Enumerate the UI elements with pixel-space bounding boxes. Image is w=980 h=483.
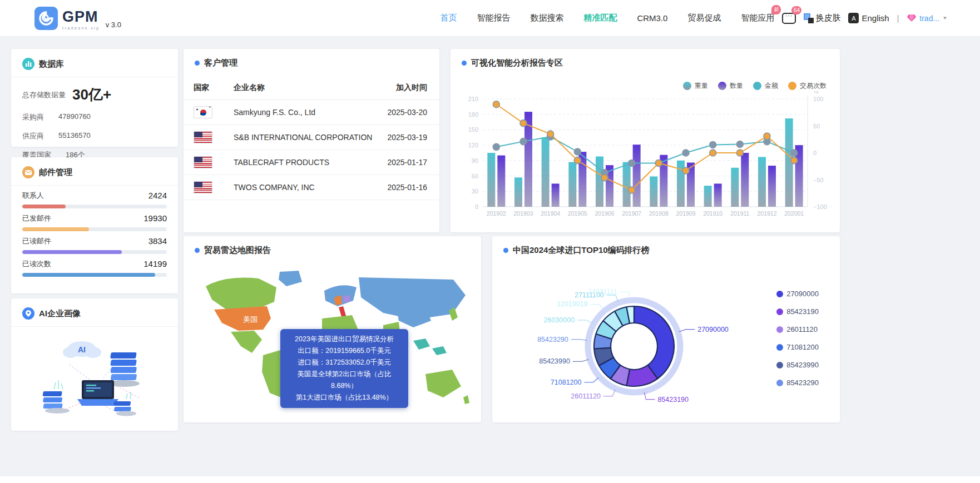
svg-text:201912: 201912: [757, 210, 776, 217]
svg-text:60: 60: [472, 173, 478, 180]
map-usa-highlight: [214, 306, 271, 331]
svg-text:%: %: [813, 91, 819, 94]
tooltip-line: 第1大进口市场（占比13.48%）: [285, 392, 404, 404]
message-count-badge: 64: [791, 6, 801, 14]
legend-weight[interactable]: 重量: [683, 81, 708, 91]
nav-home[interactable]: 首页: [440, 13, 457, 23]
total-storage-label: 总存储数据量: [22, 90, 66, 100]
col-company: 企业名称: [234, 77, 384, 100]
top10-donut-card: 中国2024全球进口TOP10编码排行榜 2709000085423190260…: [492, 236, 840, 422]
country-flag-us: [194, 156, 212, 168]
donut-legend-item[interactable]: 71081200: [776, 343, 819, 351]
database-title: 数据库: [39, 59, 64, 69]
nav-smart-apps[interactable]: 智能应用 新: [741, 13, 774, 23]
mail-envelope-icon: [22, 166, 34, 178]
donut-legend-item[interactable]: 85423290: [776, 379, 819, 387]
nav-precise-match[interactable]: 精准匹配: [583, 13, 617, 23]
svg-text:201906: 201906: [595, 210, 614, 217]
combo-chart[interactable]: 0306090120150180210−100−50050100%2019022…: [456, 91, 834, 230]
company-name[interactable]: Samkyung F.S. Co., Ltd: [234, 100, 384, 125]
map-greenland: [279, 271, 302, 286]
legend-quantity[interactable]: 数量: [718, 81, 743, 91]
company-name[interactable]: TWOS COMPANY, INC: [234, 175, 384, 200]
svg-text:201911: 201911: [730, 210, 749, 217]
progress-track: [22, 227, 167, 231]
map-china: [397, 306, 431, 327]
main-nav: 首页 智能报告 数据搜索 精准匹配 CRM3.0 贸易促成 智能应用 新: [440, 13, 774, 23]
analysis-chart-card: 可视化智能分析报告专区 重量 数量 金额 交易次数 03060901201501…: [451, 49, 840, 232]
donut-chart[interactable]: 2709000085423190260111207108120085423990…: [503, 263, 765, 419]
customer-row[interactable]: TABLECRAFT PRODUCTS 2025-01-17: [184, 150, 439, 175]
map-new-zealand: [463, 395, 469, 404]
chat-bubble-icon: [782, 13, 796, 24]
svg-text:−100: −100: [813, 203, 827, 210]
svg-text:−50: −50: [813, 177, 824, 183]
svg-text:180: 180: [468, 111, 478, 118]
top-header: GPM tradesns.vip v 3.0 首页 智能报告 数据搜索 精准匹配…: [0, 0, 980, 37]
customer-row[interactable]: S&B INTERNATIONAL CORPORATION 2025-03-19: [184, 125, 439, 150]
title-dot: [195, 61, 200, 66]
map-sea-islands: [413, 338, 447, 355]
nav-crm[interactable]: CRM3.0: [637, 13, 667, 23]
map-poland: [343, 295, 350, 302]
svg-text:150: 150: [468, 126, 478, 133]
donut-legend-item[interactable]: 26011120: [776, 325, 819, 333]
company-name[interactable]: S&B INTERNATIONAL CORPORATION: [234, 125, 384, 150]
svg-text:85423290: 85423290: [537, 336, 568, 343]
donut-legend-item[interactable]: 85423990: [776, 361, 819, 369]
database-card: 数据库 总存储数据量 30亿+ 采购商 47890760 供应商 5513657…: [11, 49, 178, 147]
customer-row[interactable]: Samkyung F.S. Co., Ltd 2025-03-20: [184, 100, 439, 125]
legend-dot: [776, 291, 783, 297]
mail-stat-contacts: 联系人2424: [11, 186, 178, 208]
mail-stat-sent: 已发邮件19930: [11, 208, 178, 231]
svg-text:202001: 202001: [784, 210, 804, 217]
brand-name: GPM: [62, 9, 100, 24]
progress-track: [22, 250, 167, 254]
legend-transactions[interactable]: 交易次数: [788, 81, 826, 91]
legend-dot: [683, 82, 691, 90]
svg-text:201907: 201907: [622, 210, 641, 217]
brand-version: v 3.0: [106, 21, 121, 29]
legend-amount[interactable]: 金额: [753, 81, 778, 91]
buyers-row: 采购商 47890760: [11, 108, 178, 127]
svg-text:201905: 201905: [568, 210, 587, 217]
language-switch[interactable]: A English: [848, 13, 889, 23]
svg-text:201902: 201902: [487, 210, 506, 217]
col-join-date: 加入时间: [384, 77, 439, 100]
map-australia: [425, 370, 461, 397]
svg-text:74031111: 74031111: [588, 288, 617, 296]
brand-logo[interactable]: GPM tradesns.vip v 3.0: [34, 7, 121, 30]
join-date: 2025-01-17: [384, 150, 439, 175]
nav-smart-report[interactable]: 智能报告: [477, 13, 510, 23]
account-menu[interactable]: trad... ▼: [907, 14, 948, 23]
svg-text:0: 0: [475, 203, 478, 210]
join-date: 2025-03-19: [384, 125, 439, 150]
nav-data-search[interactable]: 数据搜索: [530, 13, 563, 23]
svg-text:100: 100: [813, 96, 823, 102]
vip-gem-icon: [907, 14, 917, 22]
change-skin-button[interactable]: 换皮肤: [804, 13, 840, 23]
donut-legend-item[interactable]: 27090000: [776, 290, 819, 298]
svg-text:26011120: 26011120: [571, 392, 601, 400]
svg-text:27090000: 27090000: [697, 326, 729, 333]
join-date: 2025-03-20: [384, 100, 439, 125]
title-dot: [195, 248, 200, 253]
country-flag-us: [194, 181, 212, 193]
tooltip-line: 2023年美国进出口贸易情况分析: [285, 333, 404, 345]
combo-legend: 重量 数量 金额 交易次数: [683, 81, 826, 91]
donut-legend-item[interactable]: 85423190: [776, 307, 819, 316]
trade-radar-map-card: 贸易雷达地图报告 美国 2023年美国进出口贸易情况分析出口额：20191596…: [184, 236, 481, 422]
mail-stat-read-times: 已读次数14199: [11, 254, 178, 277]
messages-button[interactable]: 64: [782, 13, 796, 24]
company-name[interactable]: TABLECRAFT PRODUCTS: [234, 150, 384, 175]
nav-trade-facilitation[interactable]: 贸易促成: [687, 13, 721, 23]
customer-row[interactable]: TWOS COMPANY, INC 2025-01-16: [184, 175, 439, 200]
skin-label: 换皮肤: [815, 13, 840, 23]
svg-text:26030000: 26030000: [543, 316, 575, 324]
map-tooltip: 2023年美国进出口贸易情况分析出口额：2019159665.0千美元进口额：3…: [280, 329, 408, 408]
legend-dot: [776, 344, 783, 351]
mail-title: 邮件管理: [39, 167, 72, 178]
svg-text:201908: 201908: [649, 210, 669, 217]
legend-dot: [788, 82, 796, 90]
svg-text:85423990: 85423990: [539, 357, 570, 365]
